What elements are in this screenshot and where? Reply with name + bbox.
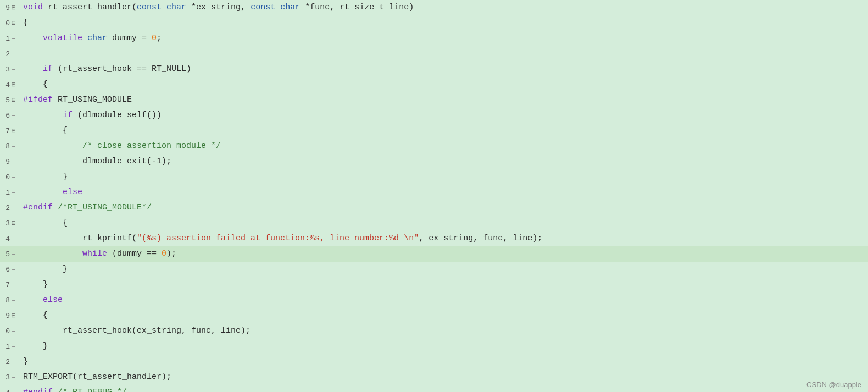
token-normal: {: [23, 80, 48, 89]
token-normal: {: [23, 126, 68, 135]
token-preproc: #ifdef: [23, 95, 53, 104]
watermark: CSDN @duapple: [806, 380, 861, 389]
token-type: char: [87, 34, 107, 43]
token-normal: [53, 388, 58, 392]
code-content: #ifdef RT_USING_MODULE: [21, 92, 868, 108]
code-content: RTM_EXPORT(rt_assert_handler);: [21, 369, 868, 385]
code-content: {: [21, 308, 868, 323]
code-content: {: [21, 15, 868, 31]
code-content: {: [21, 123, 868, 139]
token-normal: [23, 111, 63, 120]
line-gutter: 4⊟: [0, 77, 21, 92]
code-content: /* close assertion module */: [21, 139, 868, 154]
token-normal: }: [23, 264, 68, 274]
fold-dash: –: [10, 65, 18, 74]
line-number: 5: [0, 250, 10, 258]
code-line: 1– }: [0, 339, 868, 354]
token-normal: [53, 203, 58, 212]
line-number: 4: [0, 235, 10, 243]
line-gutter: 6–: [0, 262, 21, 277]
token-normal: (dummy ==: [107, 249, 162, 258]
code-line: 5– while (dummy == 0);: [0, 246, 868, 262]
code-line: 0– rt_assert_hook(ex_string, func, line)…: [0, 323, 868, 339]
fold-icon[interactable]: ⊟: [10, 312, 18, 319]
code-line: 3– if (rt_assert_hook == RT_NULL): [0, 62, 868, 77]
token-kw: void: [23, 3, 43, 12]
line-number: 2: [0, 358, 10, 366]
line-gutter: 7–: [0, 277, 21, 292]
code-content: #endif /* RT_DEBUG */: [21, 385, 868, 392]
fold-dash: –: [10, 281, 18, 289]
token-normal: , ex_string, func, line);: [419, 234, 542, 243]
line-number: 9: [0, 158, 10, 166]
code-content: if (dlmodule_self()): [21, 108, 868, 123]
fold-icon[interactable]: ⊟: [10, 127, 18, 135]
token-num: 0: [152, 34, 157, 43]
line-number: 0: [0, 173, 10, 181]
line-gutter: 3–: [0, 369, 21, 385]
code-line: 2–}: [0, 354, 868, 369]
code-line: 4–#endif /* RT_DEBUG */: [0, 385, 868, 392]
line-number: 1: [0, 343, 10, 351]
code-line: 0⊟{: [0, 15, 868, 31]
fold-dash: –: [10, 373, 18, 382]
token-normal: [162, 3, 166, 12]
line-number: 4: [0, 389, 10, 393]
fold-dash: –: [10, 189, 18, 197]
fold-dash: –: [10, 327, 18, 335]
token-normal: }: [23, 357, 28, 366]
code-content: {: [21, 216, 868, 231]
line-gutter: 4–: [0, 385, 21, 392]
code-content: else: [21, 292, 868, 308]
line-gutter: 0⊟: [0, 15, 21, 31]
line-number: 3: [0, 65, 10, 74]
line-number: 1: [0, 189, 10, 197]
line-gutter: 6–: [0, 108, 21, 123]
line-gutter: 1–: [0, 339, 21, 354]
fold-dash: –: [10, 173, 18, 181]
line-gutter: 3⊟: [0, 216, 21, 231]
code-line: 7– }: [0, 277, 868, 292]
line-gutter: 2–: [0, 200, 21, 216]
fold-dash: –: [10, 358, 18, 366]
line-number: 9: [0, 312, 10, 320]
line-number: 4: [0, 81, 10, 89]
fold-icon[interactable]: ⊟: [10, 96, 18, 104]
fold-icon[interactable]: ⊟: [10, 81, 18, 89]
token-normal: [82, 34, 87, 43]
code-line: 1– volatile char dummy = 0;: [0, 31, 868, 46]
token-comment: /*RT_USING_MODULE*/: [58, 203, 152, 212]
fold-icon[interactable]: ⊟: [10, 4, 18, 12]
line-gutter: 8–: [0, 292, 21, 308]
token-normal: }: [23, 172, 68, 181]
fold-icon[interactable]: ⊟: [10, 19, 18, 27]
token-kw: if: [43, 64, 53, 74]
token-normal: [23, 64, 43, 74]
token-normal: (rt_assert_hook == RT_NULL): [53, 64, 191, 74]
fold-dash: –: [10, 204, 18, 212]
line-gutter: 0–: [0, 169, 21, 185]
token-string: "(%s) assertion failed at function:%s, l…: [137, 234, 419, 243]
line-gutter: 1–: [0, 185, 21, 200]
code-content: {: [21, 77, 868, 92]
token-num: 0: [162, 249, 166, 258]
line-number: 6: [0, 112, 10, 120]
token-normal: [23, 187, 63, 197]
line-number: 3: [0, 373, 10, 382]
code-content: if (rt_assert_hook == RT_NULL): [21, 62, 868, 77]
code-content: }: [21, 354, 868, 369]
token-normal: }: [23, 341, 48, 351]
fold-dash: –: [10, 158, 18, 166]
fold-icon[interactable]: ⊟: [10, 219, 18, 227]
line-number: 0: [0, 327, 10, 335]
line-number: 8: [0, 296, 10, 305]
line-gutter: 5–: [0, 246, 21, 262]
code-content: volatile char dummy = 0;: [21, 31, 868, 46]
line-number: 7: [0, 127, 10, 135]
code-content: while (dummy == 0);: [21, 246, 868, 262]
code-content: [21, 46, 868, 62]
code-line: 4⊟ {: [0, 77, 868, 92]
token-normal: [275, 3, 280, 12]
line-number: 7: [0, 281, 10, 289]
token-preproc: #endif: [23, 388, 53, 392]
